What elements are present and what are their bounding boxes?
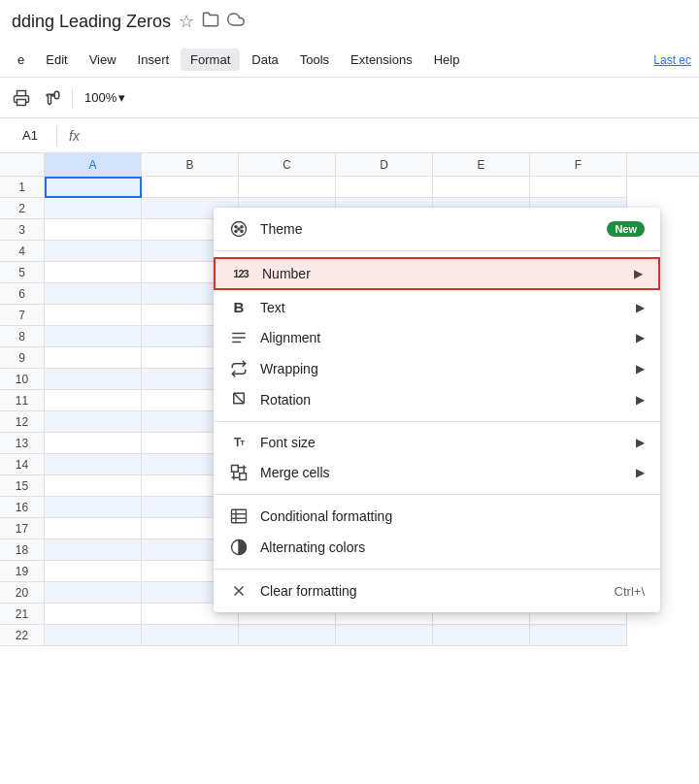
zoom-value: 100% xyxy=(84,90,116,105)
formula-divider xyxy=(56,126,57,146)
wrapping-arrow-icon: ▶ xyxy=(636,362,645,376)
menu-item-conditional-formatting[interactable]: Conditional formatting xyxy=(214,501,660,532)
cloud-icon[interactable] xyxy=(227,11,245,33)
star-icon[interactable]: ☆ xyxy=(179,11,194,32)
text-label: Text xyxy=(260,300,624,315)
menu-item-alternating-colors[interactable]: Alternating colors xyxy=(214,532,660,563)
toolbar-divider-1 xyxy=(72,88,73,108)
svg-point-3 xyxy=(241,226,243,228)
alignment-arrow-icon: ▶ xyxy=(636,331,645,344)
print-button[interactable] xyxy=(8,84,35,112)
svg-rect-17 xyxy=(232,509,247,523)
menu-item-rotation[interactable]: Rotation ▶ xyxy=(214,384,660,415)
number-label: Number xyxy=(262,266,622,281)
svg-point-5 xyxy=(241,230,243,232)
menu-item-file[interactable]: e xyxy=(8,49,34,71)
merge-cells-arrow-icon: ▶ xyxy=(636,466,645,479)
alignment-icon xyxy=(229,329,249,346)
folder-icon[interactable] xyxy=(202,11,219,33)
menu-overlay[interactable]: Theme New 123 Number ▶ B Text ▶ A xyxy=(0,153,699,784)
cell-reference[interactable]: A1 xyxy=(8,128,52,143)
menu-item-format[interactable]: Format xyxy=(181,49,240,71)
title-bar: dding Leading Zeros ☆ xyxy=(0,0,699,43)
menu-item-tools[interactable]: Tools xyxy=(290,49,339,71)
menu-item-number[interactable]: 123 Number ▶ xyxy=(214,257,660,290)
fx-label: fx xyxy=(61,128,87,144)
rotation-arrow-icon: ▶ xyxy=(636,393,645,407)
svg-rect-12 xyxy=(240,474,247,480)
svg-point-2 xyxy=(235,226,237,228)
palette-icon xyxy=(229,220,249,238)
alternating-icon xyxy=(229,539,249,556)
spreadsheet-container: A B C D E F 1 2 3 4 5 6 7 8 9 10 11 12 1… xyxy=(0,153,699,784)
zoom-selector[interactable]: 100% ▾ xyxy=(79,88,131,107)
svg-point-6 xyxy=(238,228,240,230)
font-size-label: Font size xyxy=(260,435,624,450)
divider-after-alternating xyxy=(214,569,660,570)
divider-after-theme xyxy=(214,250,660,251)
font-size-arrow-icon: ▶ xyxy=(636,436,645,449)
menu-bar: e Edit View Insert Format Data Tools Ext… xyxy=(0,43,699,78)
wrapping-label: Wrapping xyxy=(260,361,624,376)
conditional-icon xyxy=(229,507,249,525)
menu-item-help[interactable]: Help xyxy=(424,49,470,71)
toolbar: 100% ▾ xyxy=(0,78,699,118)
menu-item-edit[interactable]: Edit xyxy=(36,49,77,71)
menu-item-merge-cells[interactable]: Merge cells ▶ xyxy=(214,457,660,488)
format-dropdown-menu: Theme New 123 Number ▶ B Text ▶ A xyxy=(214,208,660,612)
alignment-label: Alignment xyxy=(260,330,624,345)
zoom-arrow-icon: ▾ xyxy=(118,90,125,105)
menu-item-clear-formatting[interactable]: Clear formatting Ctrl+\ xyxy=(214,575,660,606)
clear-icon xyxy=(229,582,249,600)
alternating-colors-label: Alternating colors xyxy=(260,539,645,555)
fontsize-icon: TT xyxy=(229,436,249,449)
rotation-label: Rotation xyxy=(260,392,624,408)
menu-item-data[interactable]: Data xyxy=(242,49,287,71)
menu-item-alignment[interactable]: Alignment ▶ xyxy=(214,322,660,353)
menu-item-extensions[interactable]: Extensions xyxy=(341,49,422,71)
svg-rect-0 xyxy=(17,99,26,105)
merge-cells-label: Merge cells xyxy=(260,465,624,480)
divider-after-rotation xyxy=(214,421,660,422)
bold-icon: B xyxy=(229,299,249,315)
formula-bar: A1 fx xyxy=(0,118,699,153)
menu-item-wrapping[interactable]: Wrapping ▶ xyxy=(214,353,660,384)
conditional-formatting-label: Conditional formatting xyxy=(260,508,645,524)
new-badge: New xyxy=(607,221,645,237)
menu-item-text[interactable]: B Text ▶ xyxy=(214,292,660,322)
svg-line-10 xyxy=(234,393,245,404)
clear-formatting-label: Clear formatting xyxy=(260,583,603,599)
number-icon: 123 xyxy=(231,268,250,279)
svg-point-4 xyxy=(235,230,237,232)
document-title: dding Leading Zeros xyxy=(12,12,171,32)
divider-after-merge xyxy=(214,494,660,495)
menu-item-font-size[interactable]: TT Font size ▶ xyxy=(214,428,660,457)
svg-rect-11 xyxy=(232,466,239,473)
paint-format-button[interactable] xyxy=(39,84,66,112)
text-arrow-icon: ▶ xyxy=(636,301,645,314)
menu-item-theme[interactable]: Theme New xyxy=(214,213,660,245)
theme-label: Theme xyxy=(260,221,595,237)
clear-formatting-shortcut: Ctrl+\ xyxy=(615,584,645,599)
wrapping-icon xyxy=(229,360,249,377)
merge-icon xyxy=(229,464,249,481)
menu-item-view[interactable]: View xyxy=(80,49,126,71)
rotation-icon xyxy=(229,391,249,408)
number-arrow-icon: ▶ xyxy=(634,267,643,280)
menu-item-insert[interactable]: Insert xyxy=(128,49,180,71)
last-edit-link[interactable]: Last ec xyxy=(653,53,691,67)
